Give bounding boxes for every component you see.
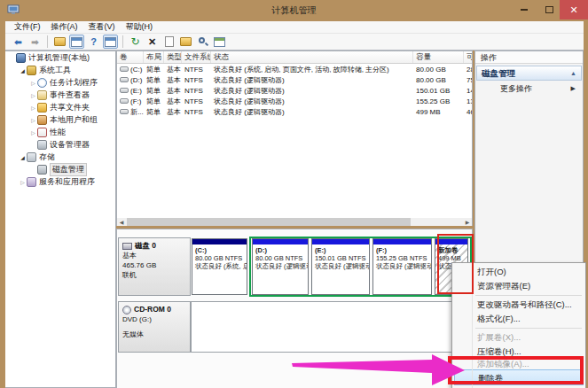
partition-status: 状态良好 (逻辑驱动器): [376, 262, 428, 270]
disk0-name: 磁盘 0: [135, 241, 156, 251]
display-icon[interactable]: [212, 35, 227, 49]
cdrom-header[interactable]: CD-ROM 0 DVD (G:) 无媒体: [118, 301, 191, 353]
sidebar-item-shared-folders[interactable]: ▷共享文件夹: [5, 101, 115, 113]
volume-status: 状态良好 (系统, 启动, 页面文件, 活动, 故障转储, 主分区): [211, 65, 413, 74]
sidebar-item-label: 事件查看器: [50, 89, 90, 101]
collapsed-expander-icon[interactable]: ▷: [29, 80, 37, 86]
back-icon[interactable]: ⬅: [11, 35, 26, 49]
submenu-arrow-icon: ▶: [571, 81, 576, 97]
column-header[interactable]: 可用: [464, 51, 473, 63]
help-icon[interactable]: ?: [86, 35, 101, 49]
close-button[interactable]: ✕: [560, 0, 588, 19]
volume-name: (D:): [117, 76, 144, 84]
volume-free: 75.: [464, 76, 473, 84]
show-console-tree-icon[interactable]: [52, 35, 67, 49]
more-actions-item[interactable]: 更多操作 ▶: [475, 81, 583, 97]
volume-status: 状态良好 (逻辑驱动器): [211, 107, 413, 117]
expanded-expander-icon[interactable]: ◢: [19, 67, 27, 74]
forward-icon[interactable]: ➡: [27, 35, 43, 49]
volume-list-header: 卷布局类型文件系统状态容量可用: [117, 51, 472, 64]
actions-group-disk-management[interactable]: 磁盘管理 ▲: [476, 66, 582, 81]
context-menu-item-更改驱动器号和路径[interactable]: 更改驱动器号和路径(C)...: [452, 298, 585, 312]
cdrom-media-area[interactable]: [191, 301, 473, 353]
collapsed-expander-icon[interactable]: ▷: [29, 92, 37, 98]
column-header[interactable]: 状态: [211, 51, 413, 63]
partition-(D:)[interactable]: (D:)80.00 GB NTFS状态良好 (逻辑驱动器): [252, 238, 309, 295]
system-tools-icon: [27, 66, 36, 75]
delete-icon[interactable]: ✕: [145, 35, 160, 49]
menu-item[interactable]: 帮助(H): [121, 21, 159, 33]
collapsed-expander-icon[interactable]: ▷: [19, 179, 27, 185]
partition-(E:)[interactable]: (E:)150.01 GB NTFS状态良好 (逻辑驱动器): [311, 238, 370, 295]
annotation-box-delete-volume: [448, 356, 584, 384]
action-pane-icon[interactable]: [103, 35, 118, 49]
volume-row[interactable]: (D:)简单基本NTFS状态良好 (逻辑驱动器)80.00 GB75.: [117, 74, 472, 85]
sidebar-item-storage[interactable]: ◢存储: [5, 151, 115, 163]
sidebar-item-computer[interactable]: 计算机管理(本地): [5, 51, 115, 64]
partition-name: (C:): [195, 246, 244, 254]
column-header[interactable]: 卷: [117, 51, 144, 63]
sidebar-item-event-viewer[interactable]: ▷事件查看器: [5, 89, 115, 101]
volume-row[interactable]: (F:)简单基本NTFS状态良好 (逻辑驱动器)155.25 GB136: [117, 96, 472, 106]
partition-(F:)[interactable]: (F:)155.25 GB NTFS状态良好 (逻辑驱动器): [372, 238, 432, 295]
collapsed-expander-icon[interactable]: ▷: [29, 129, 37, 136]
collapsed-expander-icon[interactable]: ▷: [29, 105, 37, 111]
properties-icon[interactable]: [161, 35, 176, 49]
volume-type: 基本: [164, 75, 182, 85]
collapsed-expander-icon[interactable]: ▷: [29, 117, 37, 123]
annotation-box-new-volume: [437, 234, 474, 294]
column-header[interactable]: 布局: [144, 51, 164, 63]
column-header[interactable]: 文件系统: [182, 51, 211, 63]
menu-item[interactable]: 查看(V): [83, 21, 121, 33]
disk-management-icon: [37, 165, 47, 175]
computer-icon: [16, 53, 26, 63]
menu-item[interactable]: 操作(A): [46, 21, 83, 33]
partition-name: (F:): [376, 246, 428, 254]
scroll-right-icon[interactable]: ▶: [463, 219, 472, 225]
partition-status: 状态良好 (逻辑驱动器): [315, 262, 366, 270]
sidebar-item-users[interactable]: ▷本地用户和组: [5, 113, 115, 126]
sidebar-item-services[interactable]: ▷服务和应用程序: [5, 175, 115, 188]
maximize-button[interactable]: [537, 0, 561, 19]
toolbar-separator: [47, 35, 48, 48]
disk0-header[interactable]: 磁盘 0 基本 465.76 GB 联机: [118, 237, 191, 296]
find-icon[interactable]: [195, 35, 210, 49]
volume-fs: NTFS: [182, 76, 211, 84]
column-header[interactable]: 容量: [413, 51, 464, 63]
volume-status: 状态良好 (逻辑驱动器): [211, 97, 413, 106]
volume-row[interactable]: 新...简单基本NTFS状态良好 (逻辑驱动器)499 MB467: [117, 106, 472, 117]
refresh-icon[interactable]: ↻: [128, 35, 143, 49]
sidebar-item-task-scheduler[interactable]: ▷任务计划程序: [5, 76, 115, 89]
column-header[interactable]: 类型: [164, 51, 182, 63]
services-icon: [27, 177, 36, 187]
sidebar-item-performance[interactable]: ▷性能: [5, 126, 115, 138]
partition-status: 状态良好 (逻辑驱动器): [255, 262, 305, 270]
volume-row[interactable]: (C:)简单基本NTFS状态良好 (系统, 启动, 页面文件, 活动, 故障转储…: [117, 64, 472, 74]
volume-capacity: 80.00 GB: [413, 76, 464, 84]
volume-status: 状态良好 (逻辑驱动器): [211, 86, 413, 96]
scroll-left-icon[interactable]: ◀: [117, 219, 126, 225]
sidebar-item-system-tools[interactable]: ◢系统工具: [5, 64, 115, 76]
volume-list: 卷布局类型文件系统状态容量可用 (C:)简单基本NTFS状态良好 (系统, 启动…: [116, 50, 473, 226]
volume-type: 基本: [164, 86, 182, 96]
sidebar-item-disk-management[interactable]: 磁盘管理: [5, 163, 115, 175]
menu-item[interactable]: 文件(F): [9, 21, 46, 33]
volume-layout: 简单: [144, 75, 164, 85]
sidebar-item-device-manager[interactable]: 设备管理器: [5, 138, 115, 151]
disk0-type: 基本: [122, 251, 186, 260]
horizontal-scrollbar[interactable]: ◀ ▶: [117, 218, 472, 226]
minimize-button[interactable]: [512, 0, 537, 19]
console-window-icon[interactable]: [69, 35, 84, 49]
collapse-icon[interactable]: ▲: [570, 66, 576, 81]
partition-(C:)[interactable]: (C:)80.00 GB NTFS状态良好 (系统, 启动, 页面文件, 活动,…: [192, 238, 247, 295]
computer-management-window: 计算机管理 ✕ 文件(F)操作(A)查看(V)帮助(H) ⬅ ➡ ? ↻ ✕ 计…: [0, 0, 588, 388]
task-scheduler-icon: [37, 78, 47, 88]
sidebar-item-label: 存储: [39, 151, 55, 163]
open-folder-icon[interactable]: [178, 35, 193, 49]
scrollbar-thumb[interactable]: [127, 218, 411, 226]
volume-row[interactable]: (E:)简单基本NTFS状态良好 (逻辑驱动器)150.01 GB144: [117, 85, 472, 96]
expanded-expander-icon[interactable]: ◢: [19, 154, 27, 160]
cdrom-status: 无媒体: [122, 330, 186, 339]
context-menu-item-格式化[interactable]: 格式化(F)...: [452, 312, 585, 326]
partition-status: 状态良好 (系统, 启动, 页面文件, 活动, 故障转储, 主分区): [195, 262, 244, 270]
